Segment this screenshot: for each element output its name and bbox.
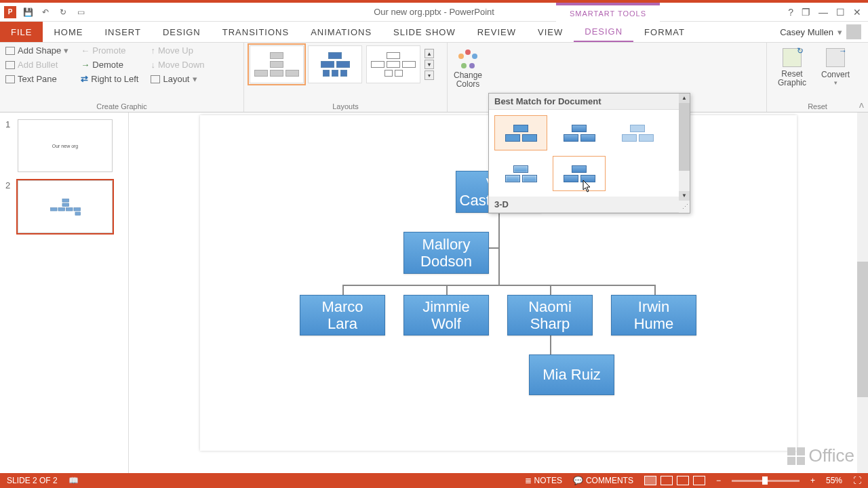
office-logo-icon [787,447,805,465]
change-colors-button[interactable]: Change Colors [447,45,489,93]
tab-insert[interactable]: INSERT [94,22,151,42]
change-colors-icon [458,49,477,68]
collapse-ribbon-icon[interactable]: ᐱ [859,102,864,109]
spellcheck-icon[interactable]: 📖 [68,476,79,485]
main-area: 1 Our new org 2 [0,113,868,473]
gallery-section-3d: 3-D [489,197,690,213]
org-node-7[interactable]: Mia Ruiz [529,354,614,395]
gallery-scroll-up-icon[interactable]: ▲ [679,94,690,103]
convert-button[interactable]: → Convert▾ [816,48,855,86]
gallery-scroll-thumb[interactable] [679,103,690,171]
reset-graphic-icon: ↻ [783,48,802,67]
comments-button[interactable]: 💬COMMENTS [573,476,633,485]
tab-home[interactable]: HOME [43,22,94,42]
mouse-cursor-icon [583,180,592,192]
slide-thumb-2[interactable] [18,180,113,233]
document-title: Our new org.pptx - PowerPoint [374,7,494,17]
undo-icon[interactable]: ↶ [39,6,52,18]
layouts-scroll-down-icon[interactable]: ▼ [425,60,434,69]
tab-smartart-format[interactable]: FORMAT [633,22,696,42]
layouts-scroll-up-icon[interactable]: ▲ [425,49,434,58]
layout-thumb-3[interactable] [366,45,420,83]
status-bar: SLIDE 2 OF 2 📖 ≣NOTES 💬COMMENTS − + 55% … [0,473,868,488]
slide-thumb-1[interactable]: Our new org [18,119,113,172]
style-item-3[interactable] [611,115,664,150]
user-name[interactable]: Casey Mullen [780,27,833,37]
help-icon[interactable]: ? [788,7,793,18]
slide-indicator: SLIDE 2 OF 2 [7,476,58,485]
style-item-2[interactable] [553,115,606,150]
canvas-scroll-thumb[interactable] [857,262,868,397]
ribbon-display-icon[interactable]: ❐ [802,7,810,18]
smartart-styles-gallery: Best Match for Document 3-D ▲ ▼ ⋰ [488,93,690,214]
group-label-layouts: Layouts [250,102,441,112]
text-pane-button[interactable]: Text Pane [5,74,68,84]
layout-thumb-2[interactable] [308,45,362,83]
promote-button[interactable]: ←Promote [81,45,138,56]
slide-thumbnail-pane: 1 Our new org 2 [0,113,129,473]
app-icon: P [4,6,16,18]
slide-number-1: 1 [5,119,14,172]
style-item-4[interactable] [494,156,547,191]
gallery-scroll-down-icon[interactable]: ▼ [679,191,690,201]
tab-slideshow[interactable]: SLIDE SHOW [382,22,467,42]
convert-icon: → [826,48,845,67]
ribbon-tabs: FILE HOME INSERT DESIGN TRANSITIONS ANIM… [0,22,868,42]
office-watermark: Office [787,445,854,466]
ribbon: Add Shape▾ Add Bullet Text Pane ←Promote… [0,42,868,113]
save-icon[interactable]: 💾 [22,6,34,18]
gallery-section-best-match: Best Match for Document [489,94,690,110]
zoom-level[interactable]: 55% [826,476,842,485]
slide-number-2: 2 [5,180,14,233]
layouts-more-icon[interactable]: ▾ [425,70,434,80]
maximize-icon[interactable]: ☐ [836,7,845,18]
close-icon[interactable]: ✕ [853,7,861,18]
org-node-2[interactable]: Mallory Dodson [403,232,489,274]
title-bar: P 💾 ↶ ↻ ▭ Our new org.pptx - PowerPoint … [0,3,868,22]
demote-button[interactable]: →Demote [81,60,138,70]
user-avatar-icon[interactable] [846,24,861,39]
layout-button[interactable]: Layout▾ [151,74,204,84]
canvas-scrollbar[interactable] [857,113,868,473]
add-bullet-button[interactable]: Add Bullet [5,60,68,70]
tab-smartart-design[interactable]: DESIGN [574,22,633,42]
move-down-button[interactable]: ↓Move Down [151,60,204,70]
org-node-3[interactable]: Marco Lara [300,295,385,336]
layout-thumb-1[interactable] [250,45,304,83]
tab-transitions[interactable]: TRANSITIONS [212,22,300,42]
zoom-in-icon[interactable]: + [810,476,815,485]
style-item-1[interactable] [494,115,547,150]
quick-access-toolbar: P 💾 ↶ ↻ ▭ [0,6,87,18]
tab-animations[interactable]: ANIMATIONS [300,22,382,42]
redo-icon[interactable]: ↻ [57,6,69,18]
gallery-resize-handle[interactable]: ⋰ [679,202,690,213]
reset-graphic-button[interactable]: ↻ Reset Graphic [772,48,812,87]
org-node-5[interactable]: Naomi Sharp [507,295,593,336]
right-to-left-button[interactable]: ⇄Right to Left [81,74,138,84]
tab-view[interactable]: VIEW [527,22,574,42]
contextual-tab-label: SMARTART TOOLS [556,3,660,22]
tab-review[interactable]: REVIEW [467,22,527,42]
zoom-out-icon[interactable]: − [716,476,721,485]
reading-view-icon[interactable] [677,476,689,485]
start-from-beginning-icon[interactable]: ▭ [75,6,87,18]
fit-to-window-icon[interactable]: ⛶ [853,476,861,485]
group-label-reset: Reset [772,102,863,112]
slideshow-view-icon[interactable] [693,476,705,485]
notes-button[interactable]: ≣NOTES [525,476,562,485]
add-shape-button[interactable]: Add Shape▾ [5,45,68,56]
org-node-6[interactable]: Irwin Hume [611,295,696,336]
group-label-create-graphic: Create Graphic [5,102,238,112]
style-item-5[interactable] [553,156,606,191]
slide-sorter-view-icon[interactable] [660,476,673,485]
tab-file[interactable]: FILE [0,22,43,42]
gallery-scrollbar[interactable]: ▲ ▼ [679,94,690,201]
minimize-icon[interactable]: — [818,7,828,18]
normal-view-icon[interactable] [644,476,656,485]
zoom-slider[interactable] [732,480,800,482]
org-node-4[interactable]: Jimmie Wolf [403,295,489,336]
tab-design[interactable]: DESIGN [152,22,212,42]
move-up-button[interactable]: ↑Move Up [151,45,204,56]
